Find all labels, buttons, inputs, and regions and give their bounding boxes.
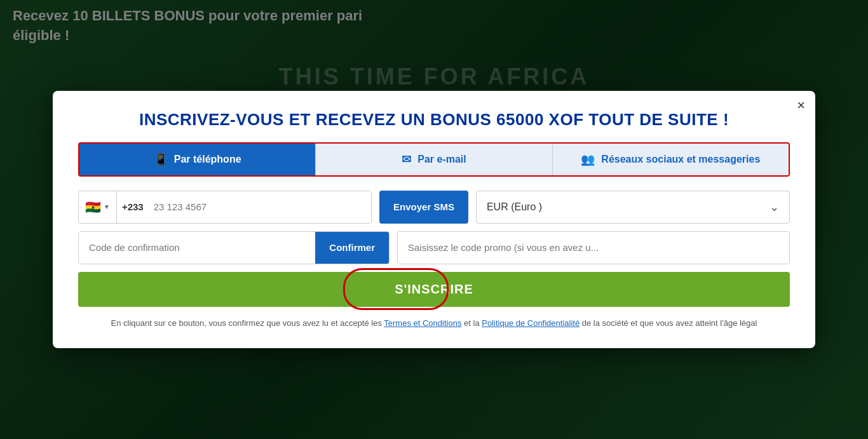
confirmation-row: Confirmer [78, 231, 790, 264]
email-icon: ✉ [402, 152, 411, 166]
promo-input[interactable] [398, 232, 789, 264]
modal-overlay: × INSCRIVEZ-VOUS ET RECEVEZ UN BONUS 650… [0, 0, 868, 439]
legal-text-between: et la [461, 318, 482, 328]
currency-chevron-icon: ⌄ [770, 200, 779, 214]
legal-text: En cliquant sur ce bouton, vous confirme… [78, 317, 790, 330]
tab-phone[interactable]: 📱 Par téléphone [79, 144, 315, 175]
legal-text-after: de la société et que vous avez atteint l… [580, 318, 757, 328]
phone-input-group: 🇬🇭 ▼ +233 [78, 191, 372, 224]
phone-icon: 📱 [154, 152, 168, 166]
registration-modal: × INSCRIVEZ-VOUS ET RECEVEZ UN BONUS 650… [53, 91, 815, 349]
tab-social[interactable]: 👥 Réseaux sociaux et messageries [552, 144, 789, 175]
promo-input-wrapper [397, 231, 790, 264]
send-sms-button[interactable]: Envoyer SMS [379, 191, 468, 224]
legal-text-before: En cliquant sur ce bouton, vous confirme… [111, 318, 384, 328]
close-button[interactable]: × [797, 98, 805, 112]
confirm-button[interactable]: Confirmer [315, 232, 389, 264]
modal-title: INSCRIVEZ-VOUS ET RECEVEZ UN BONUS 65000… [78, 110, 790, 130]
register-button[interactable]: S'INSCRIRE [78, 272, 790, 307]
country-selector[interactable]: 🇬🇭 ▼ [79, 191, 117, 223]
confirmation-input-group: Confirmer [78, 231, 390, 264]
tab-phone-label: Par téléphone [174, 154, 241, 165]
country-chevron-icon: ▼ [104, 203, 110, 210]
currency-value: EUR (Euro ) [487, 201, 542, 213]
privacy-link[interactable]: Politique de Confidentialité [482, 318, 580, 328]
terms-link[interactable]: Termes et Conditions [384, 318, 461, 328]
phone-prefix: +233 [117, 201, 149, 212]
social-icon: 👥 [581, 152, 595, 166]
phone-row: 🇬🇭 ▼ +233 Envoyer SMS EUR (Euro ) ⌄ [78, 191, 790, 224]
registration-tabs: 📱 Par téléphone ✉ Par e-mail 👥 Réseaux s… [78, 142, 790, 177]
tab-social-label: Réseaux sociaux et messageries [601, 154, 760, 165]
country-flag: 🇬🇭 [85, 199, 101, 215]
tab-email[interactable]: ✉ Par e-mail [315, 144, 552, 175]
confirmation-input[interactable] [79, 232, 315, 264]
phone-input[interactable] [149, 191, 371, 223]
tab-email-label: Par e-mail [417, 154, 466, 165]
currency-dropdown[interactable]: EUR (Euro ) ⌄ [476, 191, 790, 224]
